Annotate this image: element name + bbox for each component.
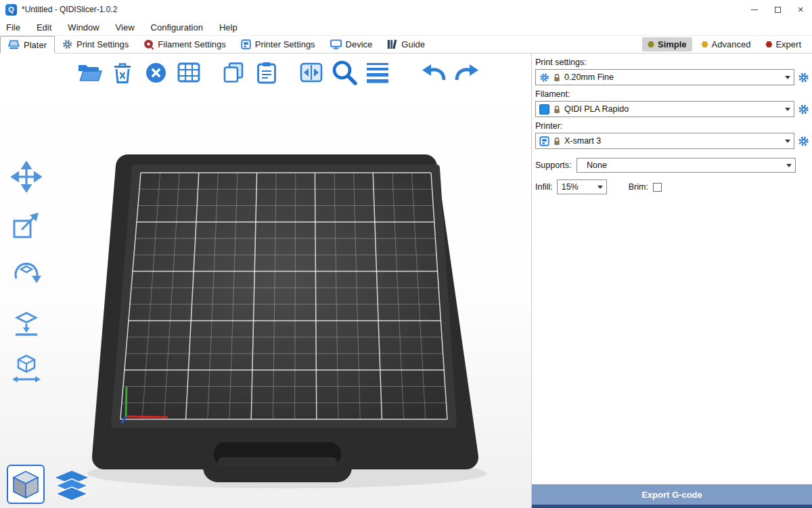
printer-value: X-smart 3 — [564, 136, 778, 146]
close-button[interactable]: ✕ — [789, 0, 812, 19]
menu-item-view[interactable]: View — [116, 22, 135, 33]
export-gcode-button[interactable]: Export G-code — [532, 484, 812, 505]
gear-icon — [798, 72, 809, 83]
menu-item-file[interactable]: File — [6, 22, 20, 33]
3d-editor-view-button[interactable] — [7, 465, 45, 504]
3d-viewport[interactable] — [0, 54, 532, 508]
move-icon — [11, 161, 42, 192]
infill-value: 15% — [562, 182, 594, 192]
chevron-down-icon — [782, 133, 794, 148]
mode-expert[interactable]: Expert — [760, 37, 807, 51]
lock-icon — [553, 136, 561, 146]
tab-print-settings[interactable]: Print Settings — [55, 36, 136, 53]
redo-icon — [453, 62, 480, 83]
filament-gear-button[interactable] — [797, 101, 810, 117]
maximize-icon — [775, 7, 781, 13]
view-toggle-bar — [7, 465, 92, 504]
export-accent-strip — [532, 505, 812, 508]
close-icon: ✕ — [797, 5, 803, 14]
infill-combo[interactable]: 15% — [557, 179, 607, 194]
measure-icon — [11, 354, 42, 385]
maximize-button[interactable] — [766, 0, 789, 19]
trash-icon — [112, 62, 133, 84]
qidislicer-window: Q *Untitled - QIDISlicer-1.0.2 ✕ File Ed… — [0, 0, 812, 508]
printer-bed — [0, 54, 532, 508]
app-logo-icon: Q — [5, 4, 17, 16]
undo-icon — [420, 62, 447, 83]
title-bar: Q *Untitled - QIDISlicer-1.0.2 ✕ — [0, 0, 812, 19]
lock-icon — [553, 104, 561, 114]
variable-layer-height-button[interactable] — [364, 59, 391, 86]
preview-view-button[interactable] — [51, 467, 92, 504]
supports-label: Supports: — [535, 161, 574, 170]
brim-checkbox[interactable] — [653, 183, 662, 192]
filament-label: Filament: — [535, 89, 810, 99]
scale-icon — [11, 209, 42, 240]
delete-all-icon — [145, 62, 167, 84]
tab-device[interactable]: Device — [323, 36, 380, 53]
window-title: *Untitled - QIDISlicer-1.0.2 — [22, 5, 117, 14]
redo-button[interactable] — [453, 59, 480, 86]
expert-mode-dot-icon — [765, 41, 772, 48]
scale-button[interactable] — [10, 209, 43, 241]
delete-button[interactable] — [109, 59, 136, 86]
infill-label: Infill: — [535, 182, 553, 192]
copy-button[interactable] — [220, 59, 247, 86]
search-button[interactable] — [331, 59, 358, 86]
plater-icon — [8, 40, 20, 49]
tab-print-settings-label: Print Settings — [76, 39, 129, 49]
gear-icon — [798, 104, 809, 115]
mode-simple[interactable]: Simple — [642, 37, 692, 51]
printer-icon — [241, 39, 251, 49]
lock-icon — [553, 72, 561, 83]
split-to-objects-button[interactable] — [298, 59, 325, 86]
menu-item-configuration[interactable]: Configuration — [151, 22, 203, 33]
mode-switcher: Simple Advanced Expert — [642, 36, 812, 53]
place-on-face-icon — [11, 305, 42, 337]
print-settings-value: 0.20mm Fine — [564, 72, 778, 82]
measure-button[interactable] — [10, 353, 43, 385]
layers-icon — [54, 470, 89, 501]
printer-gear-button[interactable] — [797, 133, 810, 149]
mode-advanced-label: Advanced — [712, 39, 751, 49]
tab-guide[interactable]: Guide — [380, 36, 432, 53]
rotate-icon — [11, 257, 42, 289]
chevron-down-icon — [782, 70, 794, 85]
advanced-mode-dot-icon — [702, 41, 708, 48]
gizmo-toolbar — [8, 161, 45, 385]
filament-value: QIDI PLA Rapido — [564, 104, 778, 114]
menu-item-edit[interactable]: Edit — [37, 22, 51, 33]
paste-button[interactable] — [253, 59, 280, 86]
rotate-button[interactable] — [10, 257, 43, 289]
open-folder-icon — [77, 62, 102, 83]
search-icon — [331, 59, 358, 86]
print-settings-combo[interactable]: 0.20mm Fine — [535, 69, 794, 85]
filament-combo[interactable]: QIDI PLA Rapido — [535, 101, 794, 117]
print-settings-gear-button[interactable] — [797, 69, 810, 85]
tab-filament-settings-label: Filament Settings — [158, 39, 225, 49]
menu-item-help[interactable]: Help — [219, 22, 238, 33]
move-button[interactable] — [10, 161, 43, 193]
place-on-face-button[interactable] — [10, 305, 43, 337]
tab-plater[interactable]: Plater — [0, 36, 55, 54]
menu-item-window[interactable]: Window — [68, 22, 99, 33]
open-button[interactable] — [76, 59, 103, 86]
printer-icon — [539, 136, 549, 146]
gear-icon — [798, 135, 809, 147]
supports-combo[interactable]: None — [577, 158, 796, 173]
delete-all-button[interactable] — [142, 59, 169, 86]
minimize-button[interactable] — [743, 0, 766, 19]
tab-printer-settings[interactable]: Printer Settings — [233, 36, 323, 53]
guide-icon — [387, 39, 397, 49]
tab-device-label: Device — [346, 39, 373, 49]
tab-filament-settings[interactable]: Filament Settings — [136, 36, 233, 53]
mode-expert-label: Expert — [775, 39, 801, 49]
undo-button[interactable] — [420, 59, 447, 86]
settings-tab-bar: Plater Print Settings Filament Settings … — [0, 35, 812, 54]
print-settings-label: Print settings: — [535, 58, 810, 67]
printer-combo[interactable]: X-smart 3 — [535, 133, 794, 149]
arrange-button[interactable] — [175, 59, 202, 86]
mode-advanced[interactable]: Advanced — [696, 37, 757, 51]
mode-simple-label: Simple — [658, 39, 687, 49]
arrange-icon — [177, 62, 200, 83]
